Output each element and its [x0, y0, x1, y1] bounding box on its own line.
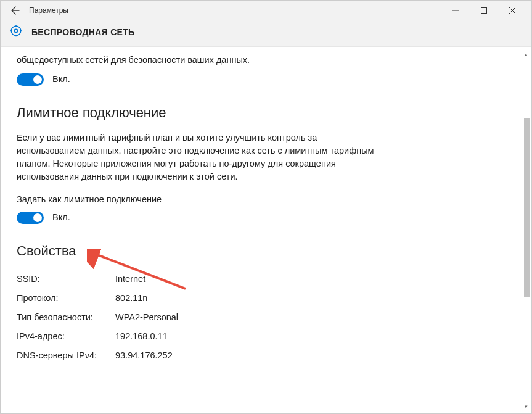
property-value: Internet [115, 273, 379, 286]
close-icon [509, 7, 515, 14]
property-key: DNS-серверы IPv4: [17, 349, 115, 362]
truncated-description: общедоступных сетей для безопасности ваш… [17, 54, 379, 67]
maximize-button[interactable] [470, 1, 498, 20]
back-button[interactable] [6, 6, 25, 15]
property-key: Протокол: [17, 292, 115, 305]
public-networks-toggle-row: Вкл. [17, 73, 379, 86]
window-title: Параметры [29, 6, 68, 15]
subheader: БЕСПРОВОДНАЯ СЕТЬ [1, 20, 531, 47]
property-value: 93.94.176.252 [115, 349, 379, 362]
property-key: SSID: [17, 273, 115, 286]
property-key: IPv4-адрес: [17, 330, 115, 343]
metered-toggle-label: Вкл. [52, 211, 70, 224]
maximize-icon [481, 7, 487, 14]
scroll-down-arrow-icon[interactable]: ▾ [522, 402, 530, 411]
window-controls [441, 1, 526, 20]
table-row: Протокол: 802.11n [17, 289, 379, 308]
public-networks-toggle-label: Вкл. [52, 73, 70, 86]
close-button[interactable] [498, 1, 526, 20]
public-networks-toggle[interactable] [17, 73, 44, 86]
table-row: Тип безопасности: WPA2-Personal [17, 308, 379, 327]
metered-connection-heading: Лимитное подключение [17, 103, 379, 123]
scrollbar-thumb[interactable] [524, 118, 530, 297]
table-row: DNS-серверы IPv4: 93.94.176.252 [17, 346, 379, 365]
gear-icon [9, 24, 23, 40]
set-metered-label: Задать как лимитное подключение [17, 193, 379, 206]
minimize-icon [452, 7, 459, 14]
page-title: БЕСПРОВОДНАЯ СЕТЬ [31, 27, 134, 37]
metered-toggle[interactable] [17, 212, 44, 224]
svg-rect-1 [481, 8, 487, 14]
titlebar: Параметры [1, 1, 531, 20]
properties-heading: Свойства [17, 241, 379, 261]
property-value: WPA2-Personal [115, 311, 379, 324]
table-row: IPv4-адрес: 192.168.0.11 [17, 327, 379, 346]
scrollbar[interactable]: ▴ ▾ [522, 50, 530, 411]
back-arrow-icon [10, 6, 20, 15]
svg-point-5 [11, 26, 21, 36]
table-row: SSID: Internet [17, 270, 379, 289]
property-value: 192.168.0.11 [115, 330, 379, 343]
properties-table: SSID: Internet Протокол: 802.11n Тип без… [17, 270, 379, 365]
property-value: 802.11n [115, 292, 379, 305]
scroll-up-arrow-icon[interactable]: ▴ [522, 50, 530, 59]
content-area: общедоступных сетей для безопасности ваш… [1, 49, 531, 413]
metered-connection-description: Если у вас лимитный тарифный план и вы х… [17, 131, 379, 183]
svg-point-4 [14, 29, 18, 33]
minimize-button[interactable] [441, 1, 470, 20]
metered-toggle-row: Вкл. [17, 211, 379, 224]
property-key: Тип безопасности: [17, 311, 115, 324]
